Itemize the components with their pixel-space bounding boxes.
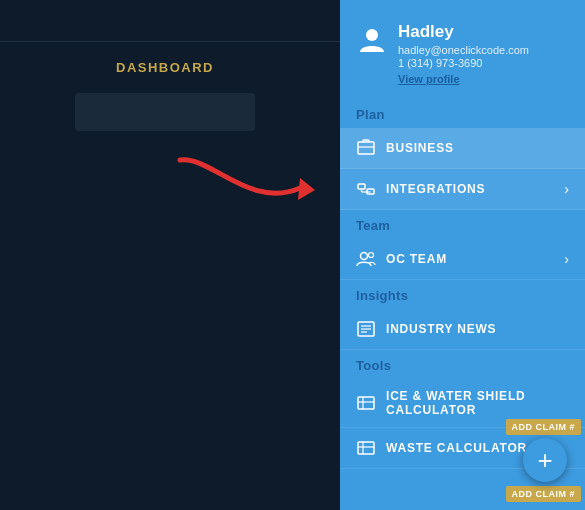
team-icon [356,249,376,269]
menu-item-integrations[interactable]: INTEGRATIONS › [340,169,585,210]
menu-item-business[interactable]: BUSINESS [340,128,585,169]
ice-water-icon [356,393,376,413]
section-tools-label: Tools [340,350,585,379]
svg-rect-4 [358,184,365,189]
waste-calculator-icon [356,438,376,458]
menu-item-industry-news[interactable]: INDUSTRY NEWS [340,309,585,350]
view-profile-link[interactable]: View profile [398,73,529,85]
industry-news-icon [356,319,376,339]
sidebar: DASHBOARD [0,0,330,510]
menu-item-business-label: BUSINESS [386,141,569,155]
add-claim-top-badge: ADD CLAIM # [506,419,582,435]
integrations-icon [356,179,376,199]
oc-team-chevron-icon: › [564,251,569,267]
dashboard-bar [75,93,255,131]
svg-rect-14 [358,397,374,409]
fab-add-button[interactable]: + [523,438,567,482]
user-section: Hadley hadley@oneclickcode.com 1 (314) 9… [340,12,585,99]
menu-item-ice-water-label: ICE & WATER SHIELD CALCULATOR [386,389,569,417]
section-plan-label: Plan [340,99,585,128]
business-icon [356,138,376,158]
add-claim-bottom-badge: ADD CLAIM # [506,486,582,502]
fab-plus-icon: + [537,447,552,473]
menu-item-oc-team-label: OC TEAM [386,252,564,266]
user-name: Hadley [398,22,529,42]
menu-item-industry-news-label: INDUSTRY NEWS [386,322,569,336]
svg-point-1 [366,29,378,41]
user-avatar-icon [356,24,388,56]
user-info: Hadley hadley@oneclickcode.com 1 (314) 9… [398,22,529,85]
integrations-chevron-icon: › [564,181,569,197]
dashboard-label: DASHBOARD [116,60,214,75]
svg-rect-17 [358,442,374,454]
user-phone: 1 (314) 973-3690 [398,57,529,69]
svg-point-8 [361,253,368,260]
section-team-label: Team [340,210,585,239]
svg-rect-2 [358,142,374,154]
svg-point-9 [369,253,374,258]
section-insights-label: Insights [340,280,585,309]
menu-item-integrations-label: INTEGRATIONS [386,182,564,196]
menu-item-oc-team[interactable]: OC TEAM › [340,239,585,280]
user-email: hadley@oneclickcode.com [398,44,529,56]
